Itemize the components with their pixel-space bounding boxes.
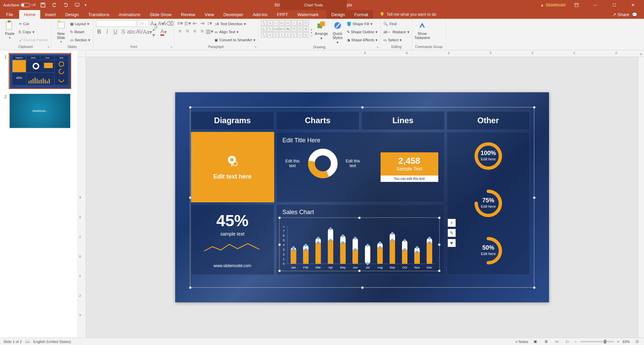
smartart-button[interactable]: ▣ Convert to SmartArt ▾ <box>214 36 255 44</box>
chart-filters-button[interactable]: ▼ <box>448 239 456 247</box>
arrange-button[interactable]: Arrange▾ <box>314 20 329 41</box>
vertical-scrollbar[interactable] <box>638 57 644 338</box>
select-button[interactable]: ▭ Select ▾ <box>383 36 409 44</box>
notes-button[interactable]: ≡ Notes <box>515 340 528 344</box>
line-spacing-icon[interactable]: ↕▾ <box>206 20 212 26</box>
chart-elements-button[interactable]: ＋ <box>448 219 456 227</box>
align-right-icon[interactable]: ≡ <box>192 28 198 34</box>
minimize-icon[interactable]: ─ <box>588 0 603 10</box>
shape-outline-button[interactable]: ✎ Shape Outline ▾ <box>347 28 378 36</box>
section-button[interactable]: ▭ Section ▾ <box>70 36 91 44</box>
align-center-icon[interactable]: ≡ <box>184 28 190 34</box>
start-slideshow-icon[interactable] <box>73 1 81 9</box>
increase-indent-icon[interactable]: ⇥ <box>199 20 205 26</box>
zoom-out-button[interactable]: − <box>575 340 577 344</box>
clipboard-launcher-icon[interactable]: ↘ <box>47 45 50 48</box>
chart-styles-button[interactable]: ✎ <box>448 229 456 237</box>
autosave-toggle[interactable]: AutoSave Off <box>3 3 36 7</box>
strike-icon[interactable]: S <box>120 29 126 35</box>
shapes-gallery[interactable]: ╲↘—▭▭○△⬡ △╲⟶⟵⇆⬠⬡G ╲∿{}{}☆◇ <box>261 20 309 38</box>
columns-icon[interactable]: ▥▾ <box>206 28 212 34</box>
slide-thumbnail-1[interactable]: Diagrams Charts Lines Other 45% <box>9 54 70 88</box>
sorter-view-icon[interactable]: ⊞ <box>542 339 550 345</box>
maximize-icon[interactable]: ☐ <box>606 0 622 10</box>
tab-animations[interactable]: Animations <box>114 10 145 19</box>
drawing-launcher-icon[interactable]: ↘ <box>376 45 379 49</box>
cut-button[interactable]: ✂ Cut <box>19 20 48 28</box>
copy-button[interactable]: ⎘ Copy ▾ <box>19 28 48 36</box>
progress-ring-75[interactable]: 75% Edit here <box>470 185 507 222</box>
tab-view[interactable]: View <box>200 10 219 19</box>
tab-design[interactable]: Design <box>60 10 83 19</box>
bullets-icon[interactable]: ≡▾ <box>177 20 183 26</box>
slide[interactable]: Diagrams Charts Lines Other Edit text he… <box>175 92 549 302</box>
new-slide-button[interactable]: New Slide▾ <box>54 20 68 43</box>
tab-file[interactable]: File <box>0 10 19 19</box>
header-diagrams[interactable]: Diagrams <box>191 111 274 130</box>
shape-fill-button[interactable]: 🪣 Shape Fill ▾ <box>347 20 378 28</box>
slide-indicator[interactable]: Slide 1 of 2 <box>3 340 22 344</box>
text-direction-button[interactable]: ↕A Text Direction ▾ <box>214 20 255 28</box>
decrease-indent-icon[interactable]: ⇤ <box>192 20 198 26</box>
tell-me-search[interactable]: 💡 Tell me what you want to do <box>380 12 436 17</box>
redo-icon[interactable] <box>62 1 70 9</box>
sales-tile[interactable]: Sales Chart 012345678JanFebMarAprMayJunJ… <box>276 204 445 275</box>
tab-developer[interactable]: Developer <box>219 10 248 19</box>
slide-thumbnail-2[interactable]: SlideModel... <box>9 94 70 128</box>
header-other[interactable]: Other <box>447 111 530 130</box>
zoom-slider[interactable] <box>580 341 614 342</box>
find-button[interactable]: 🔍 Find <box>383 20 409 28</box>
reset-button[interactable]: ↻ Reset <box>70 28 91 36</box>
horizontal-ruler[interactable]: 6543210123456 <box>86 50 644 57</box>
donut-chart[interactable] <box>307 147 339 180</box>
show-taskpane-button[interactable]: Show Taskpane <box>415 20 429 40</box>
tab-review[interactable]: Review <box>176 10 200 19</box>
tab-insert[interactable]: Insert <box>40 10 61 19</box>
share-button[interactable]: ↗ Share <box>612 12 629 17</box>
sales-bar-chart[interactable]: 012345678JanFebMarAprMayJunJulAugSepOctN… <box>281 226 436 270</box>
tab-watermark[interactable]: Watermark <box>293 10 323 19</box>
stat-card[interactable]: 2,458 Sample Text You can edit this text <box>381 152 438 182</box>
close-icon[interactable]: ✕ <box>625 0 641 10</box>
quick-styles-button[interactable]: Quick Styles▾ <box>331 20 345 45</box>
zoom-in-button[interactable]: + <box>617 340 619 344</box>
tab-chart-design[interactable]: Design <box>327 10 349 19</box>
align-left-icon[interactable]: ≡ <box>177 28 183 34</box>
justify-icon[interactable]: ≡ <box>199 28 205 34</box>
shadow-icon[interactable]: abc <box>128 29 134 35</box>
tab-transitions[interactable]: Transitions <box>84 10 114 19</box>
header-charts[interactable]: Charts <box>276 111 359 130</box>
clear-format-icon[interactable]: A⌫ <box>165 20 171 27</box>
font-family-combo[interactable] <box>96 20 136 27</box>
highlight-icon[interactable]: 🖍▾ <box>152 29 158 35</box>
progress-ring-100[interactable]: 100% Edit here <box>470 138 507 175</box>
layout-button[interactable]: ▦ Layout ▾ <box>70 20 91 28</box>
paragraph-launcher-icon[interactable]: ↘ <box>254 45 257 48</box>
replace-button[interactable]: ab↔ Replace ▾ <box>383 28 409 36</box>
paste-button[interactable]: Paste▾ <box>3 20 17 39</box>
spellcheck-icon[interactable]: 📖 <box>25 339 30 344</box>
reading-view-icon[interactable]: ▭ <box>553 339 560 345</box>
progress-ring-50[interactable]: 50% Edit here <box>470 232 507 269</box>
numbering-icon[interactable]: ≣▾ <box>184 20 190 26</box>
undo-icon[interactable] <box>50 1 58 9</box>
charts-tile[interactable]: Edit Title Here Edit this text Edit this… <box>276 132 445 202</box>
slide-canvas[interactable]: Diagrams Charts Lines Other Edit text he… <box>86 57 638 338</box>
tab-slideshow[interactable]: Slide Show <box>145 10 176 19</box>
char-spacing-icon[interactable]: AV <box>136 29 142 35</box>
font-color-icon[interactable]: A▾ <box>160 29 166 35</box>
slideshow-view-icon[interactable]: ▷ <box>564 339 571 345</box>
slidemodel-warning[interactable]: ▲ SlideModel <box>540 3 565 7</box>
collapse-ribbon-icon[interactable]: ʌ <box>638 50 644 57</box>
tab-chart-format[interactable]: Format <box>350 10 373 19</box>
underline-icon[interactable]: U <box>112 29 118 35</box>
language-indicator[interactable]: English (United States) <box>33 340 71 344</box>
save-icon[interactable] <box>39 1 47 9</box>
orange-tile[interactable]: Edit text here <box>191 132 274 202</box>
font-size-combo[interactable]: 19 <box>138 20 149 27</box>
shape-effects-button[interactable]: ◑ Shape Effects ▾ <box>347 36 378 44</box>
bold-icon[interactable]: B <box>96 29 102 35</box>
slide-thumbnail-panel[interactable]: 1 Diagrams Charts Lines Other 45% <box>0 50 78 338</box>
ribbon-display-options-icon[interactable] <box>569 0 584 10</box>
percent-tile[interactable]: 45% sample text www.slidemodel.com <box>191 204 274 275</box>
